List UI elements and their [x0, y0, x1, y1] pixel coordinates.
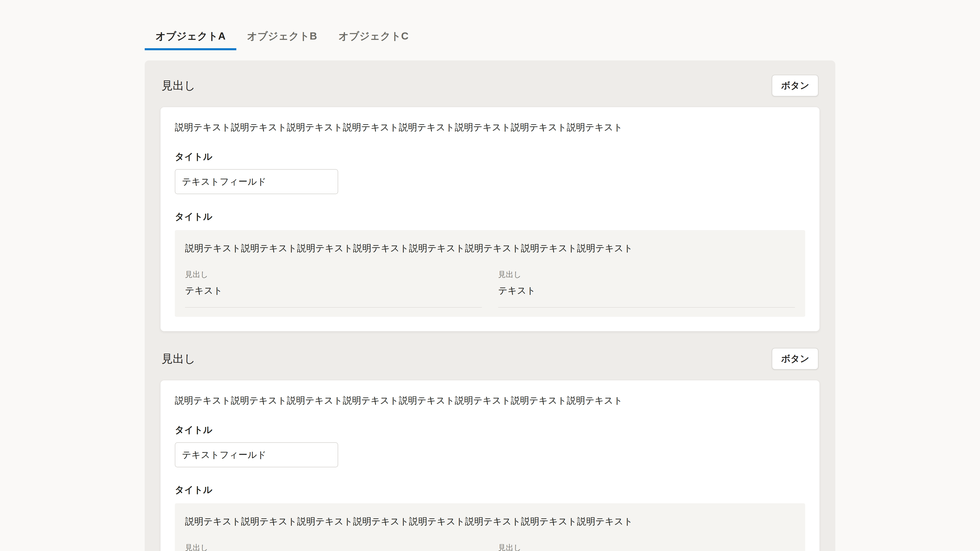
- field-label: タイトル: [175, 424, 805, 436]
- panel-column: 見出し テキスト: [498, 543, 795, 551]
- title-text-field[interactable]: [175, 169, 338, 194]
- page-wrapper: オブジェクトA オブジェクトB オブジェクトC 見出し ボタン 説明テキスト説明…: [145, 0, 835, 551]
- section-heading: 見出し: [162, 78, 196, 93]
- object-tab-bar: オブジェクトA オブジェクトB オブジェクトC: [145, 25, 835, 50]
- group-panel: 説明テキスト説明テキスト説明テキスト説明テキスト説明テキスト説明テキスト説明テキ…: [175, 503, 805, 551]
- column-label: 見出し: [498, 543, 795, 551]
- section-header-1: 見出し ボタン: [160, 75, 820, 97]
- section-action-button[interactable]: ボタン: [772, 75, 818, 97]
- column-value: テキスト: [498, 284, 795, 297]
- panel-columns: 見出し テキスト 見出し テキスト: [185, 269, 795, 308]
- section-action-button[interactable]: ボタン: [772, 348, 818, 370]
- settings-container: 見出し ボタン 説明テキスト説明テキスト説明テキスト説明テキスト説明テキスト説明…: [145, 60, 835, 551]
- tab-object-b[interactable]: オブジェクトB: [236, 25, 328, 50]
- group-label: タイトル: [175, 484, 805, 496]
- title-text-field[interactable]: [175, 442, 338, 467]
- panel-description: 説明テキスト説明テキスト説明テキスト説明テキスト説明テキスト説明テキスト説明テキ…: [185, 241, 795, 255]
- panel-column: 見出し テキスト: [185, 269, 482, 308]
- column-label: 見出し: [498, 269, 795, 280]
- group-panel: 説明テキスト説明テキスト説明テキスト説明テキスト説明テキスト説明テキスト説明テキ…: [175, 230, 805, 317]
- card-description: 説明テキスト説明テキスト説明テキスト説明テキスト説明テキスト説明テキスト説明テキ…: [175, 121, 805, 134]
- tab-object-c[interactable]: オブジェクトC: [328, 25, 419, 50]
- tab-object-a[interactable]: オブジェクトA: [145, 25, 236, 50]
- panel-columns: 見出し テキスト 見出し テキスト: [185, 543, 795, 551]
- panel-column: 見出し テキスト: [185, 543, 482, 551]
- section-card: 説明テキスト説明テキスト説明テキスト説明テキスト説明テキスト説明テキスト説明テキ…: [160, 106, 820, 332]
- field-label: タイトル: [175, 151, 805, 163]
- card-description: 説明テキスト説明テキスト説明テキスト説明テキスト説明テキスト説明テキスト説明テキ…: [175, 394, 805, 407]
- section-heading: 見出し: [162, 351, 196, 366]
- column-label: 見出し: [185, 269, 482, 280]
- panel-description: 説明テキスト説明テキスト説明テキスト説明テキスト説明テキスト説明テキスト説明テキ…: [185, 514, 795, 528]
- column-value: テキスト: [185, 284, 482, 297]
- section-card: 説明テキスト説明テキスト説明テキスト説明テキスト説明テキスト説明テキスト説明テキ…: [160, 380, 820, 551]
- group-label: タイトル: [175, 210, 805, 223]
- section-header-2: 見出し ボタン: [160, 348, 820, 370]
- panel-column: 見出し テキスト: [498, 269, 795, 308]
- column-label: 見出し: [185, 543, 482, 551]
